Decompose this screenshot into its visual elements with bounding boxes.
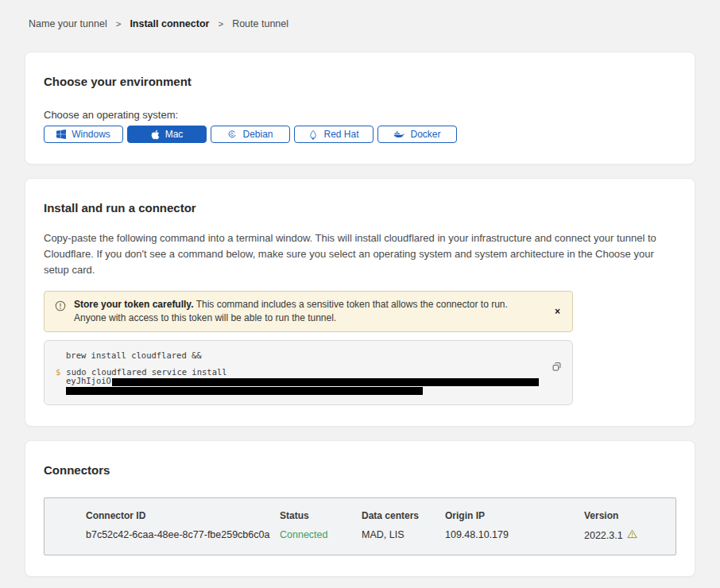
breadcrumb-step-install-connector[interactable]: Install connector (130, 18, 209, 29)
apple-icon (151, 130, 160, 140)
os-button-windows[interactable]: Windows (44, 126, 123, 143)
os-button-mac[interactable]: Mac (127, 126, 207, 143)
os-button-label: Red Hat (323, 129, 358, 140)
os-button-redhat[interactable]: Red Hat (294, 126, 374, 143)
connectors-card-title: Connectors (44, 463, 676, 477)
connector-data-centers-value: MAD, LIS (362, 529, 445, 541)
os-button-label: Mac (165, 129, 184, 140)
column-header-connector-id: Connector ID (86, 510, 280, 521)
os-button-docker[interactable]: Docker (377, 126, 457, 143)
shell-prompt: $ (56, 367, 60, 377)
environment-card-title: Choose your environment (44, 75, 676, 88)
connectors-table-grid: Connector ID Status Data centers Origin … (86, 510, 660, 541)
connectors-card: Connectors Connector ID Status Data cent… (25, 440, 695, 577)
connector-origin-ip-value: 109.48.10.179 (445, 529, 584, 541)
version-warning-icon (627, 529, 637, 541)
connectors-table: Connector ID Status Data centers Origin … (44, 497, 676, 555)
token-redaction-bar (112, 378, 539, 386)
breadcrumb-separator: > (116, 19, 122, 29)
os-select-label: Choose an operating system: (44, 109, 676, 121)
os-button-label: Debian (242, 129, 273, 140)
install-description: Copy-paste the following command into a … (44, 230, 675, 278)
debian-icon (227, 130, 237, 139)
copy-command-button[interactable] (550, 360, 563, 376)
token-warning-text: Store your token carefully. This command… (74, 298, 524, 325)
redhat-icon (308, 130, 318, 140)
connector-version-value: 2022.3.1 (584, 529, 660, 541)
command-line-2: $sudo cloudflared service install (56, 368, 540, 377)
connector-id-value: b7c52c42-6caa-48ee-8c77-fbe259cb6c0a (86, 529, 280, 541)
token-warning-title: Store your token carefully. (74, 299, 194, 310)
copy-icon (552, 362, 562, 374)
breadcrumb: Name your tunnel > Install connector > R… (29, 18, 695, 29)
command-line-1: brew install cloudflared && (56, 351, 540, 361)
docker-icon (393, 130, 405, 139)
os-button-label: Docker (410, 129, 440, 140)
os-button-debian[interactable]: Debian (211, 126, 290, 143)
install-command-block: brew install cloudflared && $sudo cloudf… (44, 340, 573, 405)
alert-circle-icon (55, 300, 66, 315)
column-header-data-centers: Data centers (362, 510, 445, 521)
token-redaction-bar (66, 387, 423, 395)
os-button-label: Windows (72, 129, 110, 140)
os-button-group: Windows Mac Debian (44, 126, 676, 143)
install-card: Install and run a connector Copy-paste t… (25, 178, 695, 427)
breadcrumb-step-name-tunnel[interactable]: Name your tunnel (29, 18, 107, 29)
connector-status-value: Connected (280, 529, 362, 541)
breadcrumb-step-route-tunnel[interactable]: Route tunnel (232, 18, 288, 29)
page: Name your tunnel > Install connector > R… (0, 0, 720, 588)
banner-close-button[interactable]: × (551, 304, 564, 319)
token-warning-banner: Store your token carefully. This command… (44, 291, 573, 332)
breadcrumb-separator: > (218, 19, 223, 29)
command-line-token-continued (56, 386, 540, 396)
column-header-origin-ip: Origin IP (445, 510, 584, 521)
environment-card: Choose your environment Choose an operat… (25, 52, 695, 164)
command-line-token: eyJhIjoiO (56, 377, 540, 386)
column-header-status: Status (280, 510, 362, 521)
install-card-title: Install and run a connector (44, 201, 676, 215)
column-header-version: Version (584, 510, 660, 521)
windows-icon (56, 130, 66, 139)
